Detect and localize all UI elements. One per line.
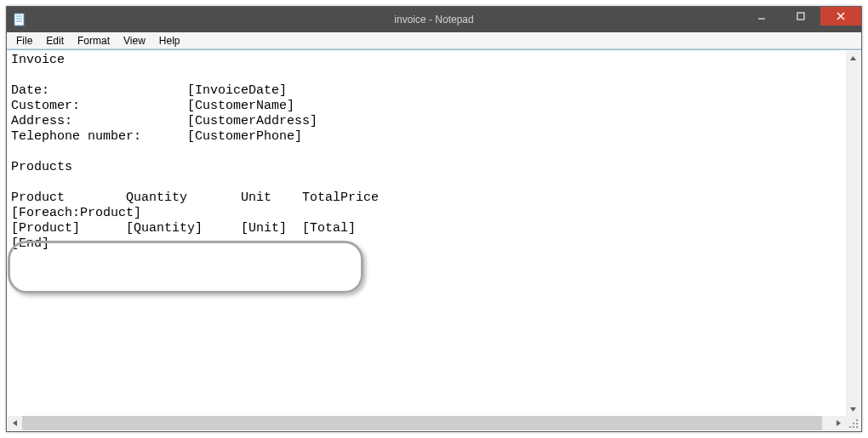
notepad-icon: [13, 13, 26, 26]
text-line: Product Quantity Unit TotalPrice: [11, 191, 379, 205]
text-line: Products: [11, 160, 72, 174]
text-editor[interactable]: Invoice Date: [InvoiceDate] Customer: [C…: [8, 51, 846, 417]
text-line: Address: [CustomerAddress]: [11, 114, 317, 128]
svg-marker-11: [837, 420, 841, 426]
window-title: invoice - Notepad: [7, 14, 861, 26]
scroll-up-arrow-icon[interactable]: [846, 51, 860, 65]
svg-point-15: [856, 426, 858, 428]
titlebar[interactable]: invoice - Notepad: [7, 7, 861, 32]
close-button[interactable]: [820, 7, 861, 26]
text-line: [Foreach:Product]: [11, 206, 141, 220]
menu-accent-line: [7, 49, 861, 50]
menubar: File Edit Format View Help: [7, 32, 861, 49]
text-line: [End]: [11, 236, 49, 251]
scrollbar-thumb[interactable]: [22, 416, 822, 430]
menu-view[interactable]: View: [117, 33, 152, 48]
scroll-down-arrow-icon[interactable]: [846, 402, 860, 417]
window-frame: invoice - Notepad File Edit Format View …: [6, 6, 862, 432]
maximize-button[interactable]: [781, 7, 820, 26]
menu-format[interactable]: Format: [71, 33, 117, 48]
menu-edit[interactable]: Edit: [39, 33, 71, 48]
menu-file[interactable]: File: [9, 33, 39, 48]
vertical-scrollbar[interactable]: [846, 51, 860, 417]
svg-point-16: [853, 426, 854, 428]
resize-grip-icon[interactable]: [846, 416, 860, 430]
svg-rect-5: [797, 13, 804, 20]
svg-marker-8: [850, 56, 856, 60]
svg-point-17: [849, 426, 851, 428]
text-line: [Product] [Quantity] [Unit] [Total]: [11, 221, 356, 236]
editor-wrap: Invoice Date: [InvoiceDate] Customer: [C…: [8, 51, 860, 417]
svg-marker-10: [13, 420, 17, 426]
scroll-left-arrow-icon[interactable]: [8, 416, 22, 430]
text-line: Telephone number: [CustomerPhone]: [11, 129, 302, 144]
svg-point-12: [856, 419, 858, 421]
minimize-button[interactable]: [742, 7, 781, 26]
svg-point-14: [853, 423, 854, 424]
app-icon-box: [7, 13, 32, 26]
svg-rect-0: [14, 14, 24, 26]
scroll-right-arrow-icon[interactable]: [831, 416, 846, 430]
horizontal-scrollbar[interactable]: [8, 416, 860, 430]
svg-point-13: [856, 423, 858, 424]
window-controls: [742, 7, 861, 32]
svg-marker-9: [850, 407, 856, 412]
menu-help[interactable]: Help: [152, 33, 187, 48]
text-line: Customer: [CustomerName]: [11, 99, 294, 113]
text-line: Invoice: [11, 53, 65, 67]
text-line: Date: [InvoiceDate]: [11, 83, 287, 98]
